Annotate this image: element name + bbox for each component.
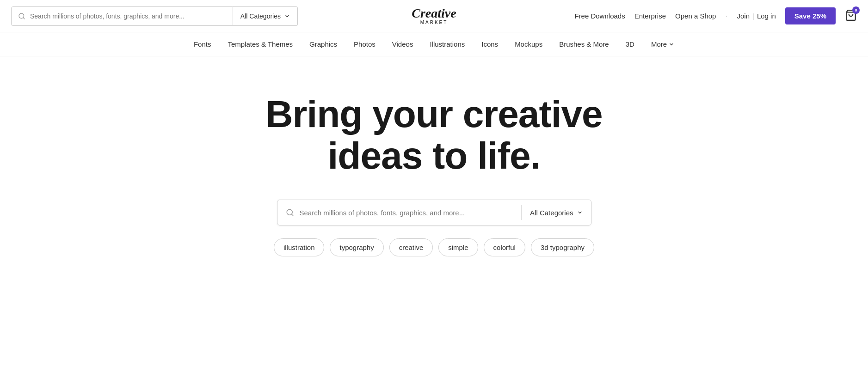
- nav-item-brushes-more[interactable]: Brushes & More: [559, 40, 609, 48]
- tag-simple[interactable]: simple: [438, 238, 478, 256]
- nav-item-mockups[interactable]: Mockups: [515, 40, 542, 48]
- hero-category-dropdown[interactable]: All Categories: [522, 200, 591, 225]
- top-nav-right: Free Downloads Enterprise Open a Shop · …: [574, 7, 857, 24]
- nav-item-illustrations[interactable]: Illustrations: [430, 40, 465, 48]
- join-login-group: Join | Log in: [737, 12, 776, 20]
- svg-line-4: [291, 214, 293, 216]
- open-shop-link[interactable]: Open a Shop: [675, 12, 716, 20]
- nav-item-photos[interactable]: Photos: [354, 40, 376, 48]
- nav-item-icons[interactable]: Icons: [481, 40, 498, 48]
- save-button[interactable]: Save 25%: [785, 7, 836, 24]
- tag-creative[interactable]: creative: [389, 238, 433, 256]
- logo-subtext: MARKET: [412, 20, 456, 25]
- hero-search-wrapper[interactable]: All Categories: [277, 200, 591, 225]
- top-nav: All Categories Creative MARKET Free Down…: [0, 0, 868, 32]
- tag-colorful[interactable]: colorful: [484, 238, 525, 256]
- hero-section: Bring your creative ideas to life. All C…: [0, 56, 868, 284]
- join-link[interactable]: Join: [737, 12, 750, 20]
- header-category-dropdown[interactable]: All Categories: [233, 6, 298, 26]
- tag-illustration[interactable]: illustration: [274, 238, 325, 256]
- chevron-down-icon: [669, 42, 674, 47]
- hero-chevron-down-icon: [577, 210, 583, 215]
- logo[interactable]: Creative MARKET: [412, 7, 456, 25]
- chevron-down-icon: [284, 13, 290, 19]
- nav-dot: ·: [725, 11, 727, 21]
- search-icon: [18, 12, 25, 20]
- hero-search-input[interactable]: [300, 209, 513, 217]
- log-in-link[interactable]: Log in: [757, 12, 776, 20]
- header-search-wrapper[interactable]: [11, 6, 233, 26]
- header-search-input[interactable]: [30, 12, 226, 20]
- logo-text: Creative: [412, 7, 456, 20]
- nav-item-more[interactable]: More: [651, 40, 674, 48]
- free-downloads-link[interactable]: Free Downloads: [574, 12, 625, 20]
- tag-typography[interactable]: typography: [330, 238, 383, 256]
- nav-item-templates-themes[interactable]: Templates & Themes: [228, 40, 293, 48]
- svg-line-1: [23, 18, 25, 19]
- tag-3d-typography[interactable]: 3d typography: [531, 238, 594, 256]
- secondary-nav: Fonts Templates & Themes Graphics Photos…: [0, 32, 868, 56]
- suggestion-tags: illustration typography creative simple …: [274, 238, 594, 256]
- hero-search-icon: [286, 208, 294, 217]
- nav-item-3d[interactable]: 3D: [626, 40, 634, 48]
- hero-title: Bring your creative ideas to life.: [226, 93, 642, 176]
- cart-icon-wrapper[interactable]: 0: [845, 9, 857, 23]
- nav-item-graphics[interactable]: Graphics: [309, 40, 337, 48]
- top-nav-left: All Categories: [11, 6, 298, 26]
- enterprise-link[interactable]: Enterprise: [634, 12, 666, 20]
- nav-divider: |: [752, 12, 754, 20]
- nav-item-fonts[interactable]: Fonts: [194, 40, 211, 48]
- hero-search-inner: [277, 208, 522, 217]
- nav-item-videos[interactable]: Videos: [392, 40, 413, 48]
- cart-badge: 0: [852, 6, 860, 14]
